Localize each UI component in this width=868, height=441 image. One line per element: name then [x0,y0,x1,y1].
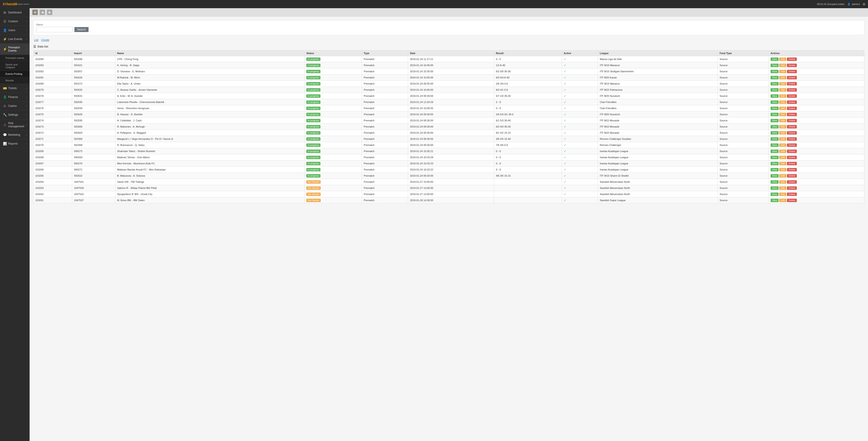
view-button[interactable]: View [771,94,779,98]
delete-button[interactable]: Delete [787,107,797,110]
delete-button[interactable]: Delete [787,70,797,73]
edit-button[interactable]: Edit [779,113,786,116]
breadcrumb-back[interactable]: ◀ [40,9,45,15]
delete-button[interactable]: Delete [787,64,797,67]
sidebar-item-risk-management[interactable]: ⚠ Risk management › [0,120,30,131]
delete-button[interactable]: Delete [787,174,797,177]
cell-type: Prematch [362,56,408,62]
edit-button[interactable]: Edit [779,193,786,196]
delete-button[interactable]: Delete [787,88,797,92]
delete-button[interactable]: Delete [787,168,797,171]
edit-button[interactable]: Edit [779,76,786,79]
delete-button[interactable]: Delete [787,100,797,104]
delete-button[interactable]: Delete [787,131,797,135]
sidebar-item-prematch-events[interactable]: ⚡ Prematch Events › [0,44,30,55]
edit-button[interactable]: Edit [779,174,786,177]
delete-button[interactable]: Delete [787,58,797,61]
sidebar-item-label: Finance [8,96,26,99]
view-button[interactable]: View [771,193,779,196]
sidebar-item-prematch-events-sub[interactable]: Prematch events [0,55,30,61]
view-button[interactable]: View [771,143,779,147]
topbar-user[interactable]: 👤 admin1 [847,3,860,6]
edit-button[interactable]: Edit [779,137,786,141]
view-button[interactable]: View [771,70,779,73]
view-button[interactable]: View [771,168,779,171]
delete-button[interactable]: Delete [787,156,797,159]
home-button[interactable]: 🏠 [32,9,38,15]
sidebar-item-dashboard[interactable]: ⊞ Dashboard [0,8,30,17]
sidebar-item-tickets[interactable]: 🎫 Tickets › [0,84,30,93]
view-button[interactable]: View [771,107,779,110]
edit-button[interactable]: Edit [779,88,786,92]
sidebar-item-marketing[interactable]: 💬 Marketing › [0,131,30,139]
sidebar-item-reports[interactable]: 📊 Reports › [0,139,30,148]
view-button[interactable]: View [771,156,779,159]
edit-button[interactable]: Edit [779,64,786,67]
edit-button[interactable]: Edit [779,143,786,147]
delete-button[interactable]: Delete [787,149,797,153]
edit-button[interactable]: Edit [779,58,786,61]
edit-button[interactable]: Edit [779,156,786,159]
edit-button[interactable]: Edit [779,70,786,73]
view-button[interactable]: View [771,149,779,153]
edit-button[interactable]: Edit [779,168,786,171]
tab-create[interactable]: Create [40,38,50,42]
delete-button[interactable]: Delete [787,199,797,202]
view-button[interactable]: View [771,64,779,67]
breadcrumb-forward[interactable]: ▶ [47,9,52,15]
view-button[interactable]: View [771,88,779,92]
delete-button[interactable]: Delete [787,113,797,116]
search-input[interactable] [36,27,72,32]
delete-button[interactable]: Delete [787,186,797,190]
delete-button[interactable]: Delete [787,180,797,184]
tab-list[interactable]: List [33,38,39,42]
delete-button[interactable]: Delete [787,137,797,141]
delete-button[interactable]: Delete [787,119,797,122]
view-button[interactable]: View [771,131,779,135]
power-icon[interactable]: ⏻ [863,3,865,5]
edit-button[interactable]: Edit [779,119,786,122]
sidebar-item-settings[interactable]: 🔧 Settings › [0,110,30,120]
edit-button[interactable]: Edit [779,149,786,153]
edit-button[interactable]: Edit [779,180,786,184]
view-button[interactable]: View [771,199,779,202]
sidebar-item-finance[interactable]: 💲 Finance › [0,93,30,102]
sidebar-item-users[interactable]: 👤 Users › [0,26,30,35]
delete-button[interactable]: Delete [787,162,797,165]
delete-button[interactable]: Delete [787,76,797,79]
sidebar-item-events-printing[interactable]: Events Printing [0,71,30,77]
edit-button[interactable]: Edit [779,100,786,104]
sidebar-item-results[interactable]: Results [0,77,30,84]
edit-button[interactable]: Edit [779,107,786,110]
sidebar-item-casino[interactable]: ⊙ Casino › [0,102,30,110]
view-button[interactable]: View [771,76,779,79]
edit-button[interactable]: Edit [779,199,786,202]
edit-button[interactable]: Edit [779,131,786,135]
sidebar-item-content[interactable]: ☰ Content › [0,17,30,26]
sidebar-item-live-events[interactable]: ⚡ Live Events › [0,35,30,44]
view-button[interactable]: View [771,82,779,86]
delete-button[interactable]: Delete [787,143,797,147]
edit-button[interactable]: Edit [779,162,786,165]
sidebar-item-sports-and-leagues[interactable]: Sports and Leagues [0,61,30,71]
search-button[interactable]: Search [74,27,89,32]
edit-button[interactable]: Edit [779,125,786,129]
cell-type: Prematch [362,62,408,68]
view-button[interactable]: View [771,125,779,129]
view-button[interactable]: View [771,174,779,177]
edit-button[interactable]: Edit [779,94,786,98]
view-button[interactable]: View [771,58,779,61]
delete-button[interactable]: Delete [787,125,797,129]
view-button[interactable]: View [771,113,779,116]
delete-button[interactable]: Delete [787,193,797,196]
delete-button[interactable]: Delete [787,82,797,86]
view-button[interactable]: View [771,162,779,165]
edit-button[interactable]: Edit [779,186,786,190]
view-button[interactable]: View [771,119,779,122]
edit-button[interactable]: Edit [779,82,786,86]
view-button[interactable]: View [771,180,779,184]
view-button[interactable]: View [771,100,779,104]
delete-button[interactable]: Delete [787,94,797,98]
view-button[interactable]: View [771,137,779,141]
view-button[interactable]: View [771,186,779,190]
